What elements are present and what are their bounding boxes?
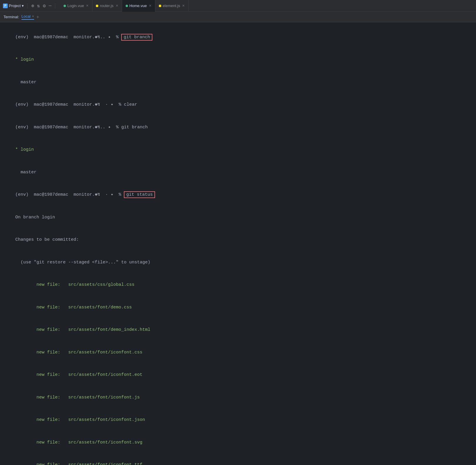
terminal-line-1: (env) mac@1987demac monitor.✱↯.. ✦ % git… <box>5 26 471 49</box>
changes-committed-text: Changes to be committed: <box>15 237 79 242</box>
title-bar: P Project ▾ ⊕ ⇅ ⚙ — Login.vue ✕ router.j… <box>0 0 476 12</box>
new-file-path-8: src/assets/font/iconfont.svg <box>68 440 142 445</box>
gear-icon[interactable]: ⚙ <box>43 3 46 9</box>
new-file-path-7: src/assets/font/iconfont.json <box>68 417 145 422</box>
on-branch-text: On branch login <box>15 215 55 220</box>
tab-element-js[interactable]: element.js ✕ <box>155 0 189 12</box>
terminal-bar: Terminal: Local ✕ + <box>0 12 476 22</box>
tab-close-login[interactable]: ✕ <box>86 4 89 8</box>
tab-label: router.js <box>100 4 113 8</box>
terminal-line-19: new file: src/assets/font/iconfont.svg <box>5 431 471 454</box>
new-file-label-8: new file: <box>15 440 68 445</box>
terminal-line-18: new file: src/assets/font/iconfont.json <box>5 409 471 431</box>
terminal-line-4: (env) mac@1987demac monitor.✱↯ · ✦ % cle… <box>5 94 471 116</box>
vue-dot-icon <box>64 5 66 7</box>
git-status-cmd: git status <box>124 191 155 198</box>
terminal-line-16: new file: src/assets/font/iconfont.eot <box>5 364 471 386</box>
inactive-branch-1: master <box>15 80 36 85</box>
active-branch-2: * login <box>15 147 34 152</box>
new-file-label-2: new file: <box>15 305 68 310</box>
terminal-line-5: (env) mac@1987demac monitor.✱↯.. ✦ % git… <box>5 116 471 139</box>
terminal-line-13: new file: src/assets/font/demo.css <box>5 296 471 319</box>
new-terminal-button[interactable]: + <box>36 14 39 20</box>
tab-login-vue[interactable]: Login.vue ✕ <box>60 0 92 12</box>
new-file-path-1: src/assets/css/global.css <box>68 282 134 287</box>
git-branch-cmd-1: git branch <box>121 34 152 41</box>
vue-dot-icon <box>126 5 128 7</box>
new-file-label-6: new file: <box>15 395 68 400</box>
terminal-line-17: new file: src/assets/font/iconfont.js <box>5 386 471 409</box>
active-branch-1: * login <box>15 57 34 62</box>
terminal-line-15: new file: src/assets/font/iconfont.css <box>5 341 471 364</box>
prompt-4: (env) mac@1987demac monitor.✱↯ · ✦ % <box>15 192 124 197</box>
local-close-icon[interactable]: ✕ <box>32 15 34 18</box>
divider-2 <box>55 3 55 9</box>
terminal-line-8: (env) mac@1987demac monitor.✱↯ · ✦ % git… <box>5 184 471 206</box>
terminal-line-6: * login <box>5 139 471 161</box>
inactive-branch-2: master <box>15 170 36 175</box>
local-label: Local <box>21 14 31 19</box>
terminal-line-20: new file: src/assets/font/iconfont.ttf <box>5 454 471 465</box>
new-file-path-9: src/assets/font/iconfont.ttf <box>68 462 142 465</box>
new-file-path-3: src/assets/font/demo_index.html <box>68 327 150 332</box>
tab-home-vue[interactable]: Home.vue ✕ <box>122 0 155 12</box>
toolbar-icons: ⊕ ⇅ ⚙ — <box>31 3 51 9</box>
terminal-label: Terminal: <box>4 15 19 19</box>
new-file-label-4: new file: <box>15 350 68 355</box>
new-file-label-5: new file: <box>15 372 68 377</box>
local-tab[interactable]: Local ✕ <box>21 14 34 20</box>
globe-icon[interactable]: ⊕ <box>31 3 34 9</box>
dropdown-arrow: ▾ <box>22 4 24 8</box>
tab-label: element.js <box>163 4 180 8</box>
hint-unstage: (use "git restore --staged <file>..." to… <box>15 260 150 265</box>
terminal-content: (env) mac@1987demac monitor.✱↯.. ✦ % git… <box>0 22 476 465</box>
new-file-path-4: src/assets/font/iconfont.css <box>68 350 142 355</box>
tab-close-element[interactable]: ✕ <box>182 4 185 8</box>
new-file-label-1: new file: <box>15 282 68 287</box>
terminal-line-2: * login <box>5 49 471 71</box>
tab-label: Login.vue <box>67 4 84 8</box>
new-file-label-3: new file: <box>15 327 68 332</box>
project-label: Project <box>9 4 21 8</box>
js-dot-icon <box>96 5 98 7</box>
split-icon[interactable]: ⇅ <box>37 3 40 9</box>
terminal-line-3: master <box>5 71 471 94</box>
terminal-line-9: On branch login <box>5 206 471 229</box>
tab-close-router[interactable]: ✕ <box>116 4 118 8</box>
tab-label: Home.vue <box>129 4 147 8</box>
new-file-path-2: src/assets/font/demo.css <box>68 305 132 310</box>
js-dot-icon <box>159 5 161 7</box>
terminal-line-10: Changes to be committed: <box>5 229 471 251</box>
prompt-2: (env) mac@1987demac monitor.✱↯ · ✦ % cle… <box>15 102 137 107</box>
terminal-line-7: master <box>5 161 471 184</box>
title-bar-left: P Project ▾ ⊕ ⇅ ⚙ — <box>3 3 56 9</box>
new-file-label-7: new file: <box>15 417 68 422</box>
prompt-3: (env) mac@1987demac monitor.✱↯.. ✦ % git… <box>15 125 148 130</box>
tab-router-js[interactable]: router.js ✕ <box>92 0 122 12</box>
new-file-path-5: src/assets/font/iconfont.eot <box>68 372 142 377</box>
terminal-line-14: new file: src/assets/font/demo_index.htm… <box>5 319 471 341</box>
prompt-1: (env) mac@1987demac monitor.✱↯.. ✦ % <box>15 35 121 40</box>
terminal-line-11: (use "git restore --staged <file>..." to… <box>5 251 471 274</box>
project-button[interactable]: P Project ▾ <box>3 4 24 8</box>
terminal-line-12: new file: src/assets/css/global.css <box>5 274 471 296</box>
tab-close-home[interactable]: ✕ <box>149 4 152 8</box>
project-icon: P <box>3 4 8 8</box>
new-file-label-9: new file: <box>15 462 68 465</box>
minimize-icon[interactable]: — <box>49 3 51 9</box>
divider-1 <box>27 3 28 9</box>
new-file-path-6: src/assets/font/iconfont.js <box>68 395 140 400</box>
tabs-bar: Login.vue ✕ router.js ✕ Home.vue ✕ eleme… <box>60 0 189 12</box>
